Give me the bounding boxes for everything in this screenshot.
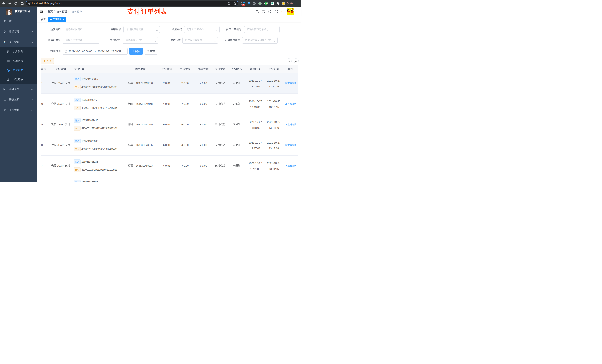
svg-text:y: y <box>266 2 267 4</box>
